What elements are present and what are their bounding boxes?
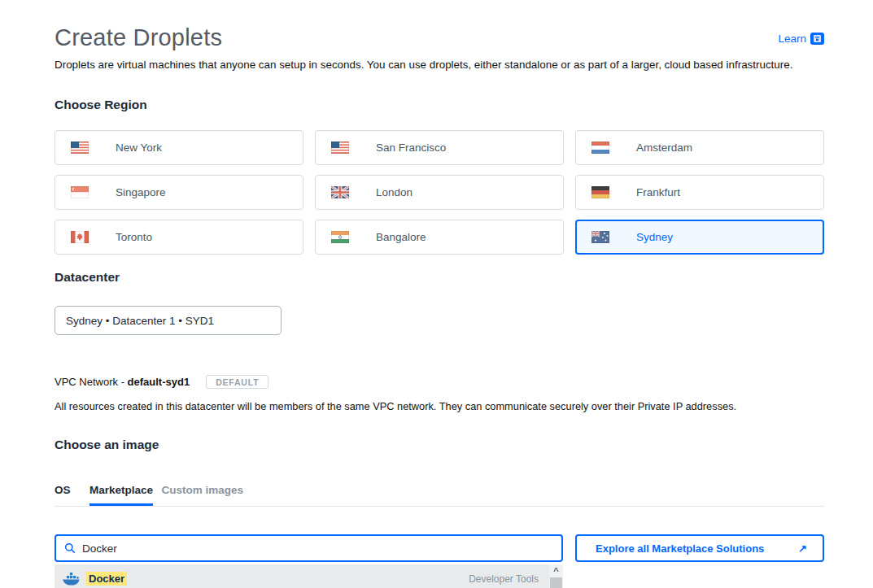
- flag-us-icon: [331, 142, 349, 154]
- region-button-london[interactable]: London: [315, 175, 564, 210]
- region-label: Toronto: [116, 231, 152, 243]
- region-label: Bangalore: [376, 231, 426, 243]
- search-icon: [64, 542, 76, 554]
- region-button-new-york[interactable]: New York: [55, 130, 303, 165]
- flag-gb-icon: [331, 186, 349, 198]
- dropdown-scrollbar: ^: [549, 564, 563, 588]
- choose-region-heading: Choose Region: [55, 98, 824, 112]
- datacenter-select[interactable]: Sydney • Datacenter 1 • SYD1: [55, 306, 282, 335]
- region-button-frankfurt[interactable]: Frankfurt: [575, 175, 824, 210]
- flag-sg-icon: [71, 186, 89, 198]
- vpc-default-badge: DEFAULT: [206, 375, 268, 389]
- tab-custom-images[interactable]: Custom images: [161, 484, 243, 496]
- region-label: Singapore: [116, 186, 166, 198]
- learn-link-label: Learn: [778, 33, 806, 45]
- result-category: Developer Tools: [469, 573, 539, 585]
- region-grid: New York San Francisco Amsterdam Singapo…: [55, 130, 824, 255]
- result-item-docker[interactable]: Docker Developer Tools An open platform …: [55, 564, 563, 588]
- vpc-network-row: VPC Network - default-syd1 DEFAULT: [55, 375, 824, 389]
- datacenter-selected-value: Sydney • Datacenter 1 • SYD1: [66, 315, 214, 327]
- choose-image-heading: Choose an image: [55, 438, 824, 452]
- result-name-highlighted: Docker: [86, 572, 127, 586]
- datacenter-heading: Datacenter: [55, 270, 824, 285]
- region-button-amsterdam[interactable]: Amsterdam: [575, 130, 824, 165]
- vpc-label: VPC Network - default-syd1: [55, 376, 190, 388]
- flag-us-icon: [71, 142, 89, 154]
- flag-de-icon: [591, 186, 609, 198]
- flag-in-icon: [331, 231, 349, 243]
- flag-nl-icon: [591, 142, 609, 154]
- region-label: Frankfurt: [636, 186, 680, 198]
- learn-doc-icon: [810, 33, 824, 45]
- page-header: Create Droplets Learn: [55, 24, 824, 51]
- marketplace-search-row: Explore all Marketplace Solutions ↗: [55, 534, 824, 562]
- arrow-up-right-icon: ↗: [798, 542, 807, 555]
- region-label: Amsterdam: [636, 142, 692, 154]
- region-button-bangalore[interactable]: Bangalore: [315, 220, 564, 255]
- explore-marketplace-button[interactable]: Explore all Marketplace Solutions ↗: [575, 534, 824, 562]
- flag-ca-icon: [71, 231, 89, 243]
- region-button-sydney[interactable]: Sydney: [575, 220, 824, 255]
- scrollbar-thumb[interactable]: [550, 577, 562, 588]
- docker-whale-icon: [63, 573, 80, 586]
- region-label: Sydney: [636, 231, 673, 243]
- tab-os[interactable]: OS: [55, 484, 71, 496]
- image-tabs: OS Marketplace Custom images: [55, 482, 824, 507]
- region-label: San Francisco: [376, 142, 446, 154]
- marketplace-search-input[interactable]: [82, 542, 553, 555]
- scroll-up-button[interactable]: ^: [549, 564, 563, 577]
- region-label: New York: [116, 142, 162, 154]
- tab-marketplace[interactable]: Marketplace: [89, 484, 153, 496]
- region-button-toronto[interactable]: Toronto: [55, 220, 303, 255]
- explore-button-label: Explore all Marketplace Solutions: [596, 542, 764, 555]
- search-results-dropdown: Docker Developer Tools An open platform …: [55, 564, 563, 588]
- marketplace-search-box: [55, 534, 563, 562]
- flag-au-icon: [591, 231, 609, 243]
- vpc-network-name: default-syd1: [128, 376, 190, 388]
- page-subtitle: Droplets are virtual machines that anyon…: [55, 59, 824, 71]
- region-label: London: [376, 186, 412, 198]
- region-button-san-francisco[interactable]: San Francisco: [315, 130, 564, 165]
- page-title: Create Droplets: [55, 24, 222, 51]
- region-button-singapore[interactable]: Singapore: [55, 175, 303, 210]
- learn-link[interactable]: Learn: [778, 33, 824, 45]
- vpc-description: All resources created in this datacenter…: [55, 400, 824, 412]
